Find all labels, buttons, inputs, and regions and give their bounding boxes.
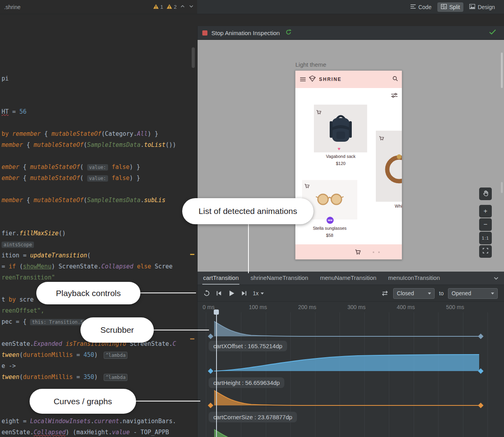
code-line: HT = 56 (0, 106, 197, 117)
shrine-logo-icon (309, 75, 316, 83)
mode-split-button[interactable]: Split (437, 2, 463, 12)
skip-previous-button[interactable] (215, 290, 222, 297)
shrine-bottom-bar (295, 244, 402, 260)
replay-button[interactable] (203, 290, 210, 297)
check-icon (489, 29, 496, 36)
pan-button[interactable] (479, 188, 492, 200)
code-line: aintsScope (0, 239, 197, 250)
preview-scrollbar[interactable] (501, 53, 503, 88)
scrubber-line[interactable] (216, 311, 217, 437)
stop-icon (202, 30, 207, 36)
playback-speed-control[interactable]: 1x (253, 290, 264, 296)
product-name: Vagabond sack (313, 154, 368, 159)
warning-icon (166, 4, 172, 10)
product-image-belt (376, 131, 402, 202)
animation-tab-cartTransition[interactable]: cartTransition (202, 272, 239, 285)
breadcrumb[interactable]: .shrine (4, 4, 21, 10)
callout-line-curves (136, 401, 200, 401)
animation-tab-shrineNameTransition[interactable]: shrineNameTransition (250, 272, 309, 285)
hand-icon (482, 190, 489, 198)
code-line: pi (0, 73, 197, 84)
stop-label: Stop Animation Inspection (211, 30, 280, 36)
inspections-widget[interactable]: 1 2 (153, 0, 194, 14)
mode-code-button[interactable]: Code (407, 2, 435, 12)
zoom-1-1-button[interactable]: 1:1 (479, 232, 492, 244)
chevron-up-icon[interactable] (180, 4, 185, 10)
product-name: Stella sunglasses (302, 226, 357, 231)
code-line: ember { mutableStateOf( value: false) } (0, 161, 197, 173)
preview-theme-label: Light theme (295, 61, 326, 68)
code-line (0, 51, 197, 62)
preview-canvas[interactable]: Light theme SHRINE (198, 40, 504, 272)
callout-scrubber: Scrubber (80, 317, 154, 343)
to-state-select[interactable]: Opened (448, 288, 498, 299)
fit-screen-icon (483, 248, 488, 255)
split-icon (441, 4, 447, 10)
curve-graph-cartCornerSize (208, 383, 484, 409)
callout-label: List of detected animations (199, 206, 297, 216)
preview-scrollbar[interactable] (501, 182, 503, 193)
skip-next-button[interactable] (241, 290, 248, 297)
code-icon (410, 4, 416, 10)
code-line (0, 117, 197, 128)
to-label: to (439, 290, 444, 296)
warning-count: 2 (174, 4, 177, 10)
mode-code-label: Code (418, 4, 431, 10)
editor-scrollbar[interactable] (192, 47, 195, 68)
code-editor[interactable]: piHT = 56by remember { mutableStateOf(Ca… (0, 40, 197, 437)
code-lines: piHT = 56by remember { mutableStateOf(Ca… (0, 40, 197, 437)
scrubber-handle[interactable] (214, 309, 219, 315)
design-icon (469, 4, 475, 10)
animation-tab-menuNameTransition[interactable]: menuNameTransition (319, 272, 377, 285)
android-studio-window: d.gradle (:app) × ShrineApp.kt × Code Sp… (0, 0, 504, 437)
callout-label: Curves / graphs (54, 397, 112, 406)
page-indicator-dots (373, 251, 380, 253)
code-line: reenOffset", (0, 305, 197, 316)
heart-icon: ♥ (338, 146, 340, 152)
zoom-in-label: + (483, 207, 487, 215)
code-line: reenTransition" (0, 272, 197, 283)
callout-line-animations (248, 223, 249, 273)
swap-states-button[interactable] (381, 290, 389, 296)
belt-illustration (381, 145, 402, 192)
code-line (0, 62, 197, 73)
editor-breadcrumb-row: .shrine 1 2 (0, 0, 197, 14)
chevron-down-icon[interactable] (189, 4, 194, 10)
chevron-down-icon (261, 293, 264, 296)
zoom-in-button[interactable]: + (479, 205, 492, 218)
warning-count: 1 (161, 4, 163, 10)
code-line: ition = updateTransition( (0, 250, 197, 261)
cart-icon (304, 183, 310, 190)
tabs-overflow-chevron-icon[interactable] (493, 275, 499, 283)
code-line: = if (showMenu) ScreenState.Collapsed el… (0, 261, 197, 272)
zoom-fit-button[interactable] (479, 245, 492, 258)
product-image-vagabond-sack: ♥ (314, 105, 367, 152)
product-price: $58 (302, 233, 357, 238)
stop-animation-inspection-button[interactable]: Stop Animation Inspection (202, 30, 280, 36)
state-selector-group: Closed to Opened (381, 285, 498, 302)
animation-tab-menuIconTransition[interactable]: menuIconTransition (387, 272, 441, 285)
code-line (0, 150, 197, 161)
animation-tabs: cartTransitionshrineNameTransitionmenuNa… (198, 272, 504, 285)
speed-label: 1x (253, 290, 259, 296)
cart-icon (316, 109, 321, 116)
from-state-select[interactable]: Closed (393, 288, 435, 299)
warning-icon (153, 4, 159, 10)
error-stripe-mark[interactable] (190, 254, 194, 255)
cart-icon (379, 135, 384, 143)
code-line: ember { mutableStateOf( value: false) } (0, 173, 197, 184)
mode-design-button[interactable]: Design (466, 2, 498, 12)
refresh-icon[interactable] (285, 29, 292, 37)
chevron-down-icon (491, 293, 494, 296)
error-stripe-mark[interactable] (190, 338, 194, 339)
code-line: by remember { mutableStateOf(Category.Al… (0, 128, 197, 139)
callout-curves-graphs: Curves / graphs (30, 389, 136, 414)
callout-list-of-detected-animations: List of detected animations (182, 198, 314, 224)
code-line: tween(durationMillis = 350) ^lambda (0, 371, 197, 383)
code-line: tween(durationMillis = 450) ^lambda (0, 349, 197, 360)
curve-graph-cartHeight (208, 348, 484, 374)
play-button[interactable] (228, 289, 235, 297)
zoom-out-button[interactable]: − (479, 218, 492, 231)
curve-value-label: cartCornerSize : 23.678877dp (209, 412, 297, 422)
code-line: eenState.Collapsed) (maxHeight.value - T… (0, 427, 197, 437)
